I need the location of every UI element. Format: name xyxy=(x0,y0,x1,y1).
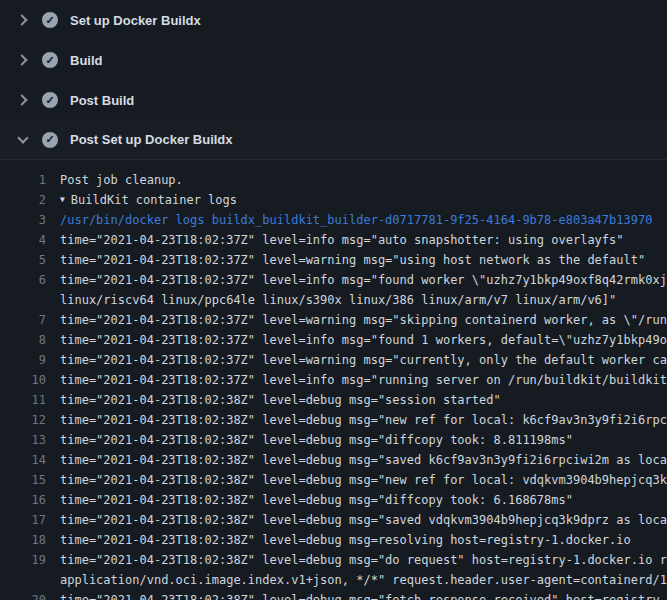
log-line-number[interactable]: 2 xyxy=(0,190,60,210)
group-expand-triangle-icon[interactable]: ▼ xyxy=(60,190,65,210)
log-line-text: time="2021-04-23T18:02:38Z" level=debug … xyxy=(60,590,667,600)
log-line-text: time="2021-04-23T18:02:38Z" level=debug … xyxy=(60,530,667,550)
log-line-number[interactable]: 4 xyxy=(0,230,60,250)
log-line-number[interactable]: 17 xyxy=(0,510,60,530)
log-line-text: time="2021-04-23T18:02:37Z" level=info m… xyxy=(60,330,667,350)
log-line-number[interactable]: 1 xyxy=(0,170,60,190)
log-line-number[interactable]: 20 xyxy=(0,590,60,600)
log-line-text: time="2021-04-23T18:02:37Z" level=info m… xyxy=(60,270,667,290)
log-line-number[interactable]: 19 xyxy=(0,550,60,570)
log-line-text: time="2021-04-23T18:02:38Z" level=debug … xyxy=(60,450,667,470)
log-group-header[interactable]: ▼BuildKit container logs xyxy=(60,190,667,210)
log-line: 4time="2021-04-23T18:02:37Z" level=info … xyxy=(0,230,667,250)
log-line-number[interactable]: 14 xyxy=(0,450,60,470)
chevron-down-icon xyxy=(16,137,30,142)
log-line: 20time="2021-04-23T18:02:38Z" level=debu… xyxy=(0,590,667,600)
log-line-number[interactable]: 10 xyxy=(0,370,60,390)
chevron-right-icon xyxy=(16,96,30,104)
log-line-text: time="2021-04-23T18:02:38Z" level=debug … xyxy=(60,550,667,570)
check-circle-icon: ✓ xyxy=(42,52,58,68)
log-line: 14time="2021-04-23T18:02:38Z" level=debu… xyxy=(0,450,667,470)
log-line-number[interactable]: 16 xyxy=(0,490,60,510)
log-line-number[interactable]: 15 xyxy=(0,470,60,490)
log-line-number xyxy=(0,290,60,310)
log-line-text: Post job cleanup. xyxy=(60,170,667,190)
log-line-text: time="2021-04-23T18:02:37Z" level=warnin… xyxy=(60,250,667,270)
log-line-number[interactable]: 18 xyxy=(0,530,60,550)
step-name: Post Build xyxy=(70,93,134,108)
chevron-right-icon xyxy=(16,16,30,24)
log-line: 11time="2021-04-23T18:02:38Z" level=debu… xyxy=(0,390,667,410)
step-section-build[interactable]: ✓ Build xyxy=(0,40,667,80)
log-command-text: /usr/bin/docker logs buildx_buildkit_bui… xyxy=(60,210,667,230)
log-line-number[interactable]: 5 xyxy=(0,250,60,270)
log-line: 12time="2021-04-23T18:02:38Z" level=debu… xyxy=(0,410,667,430)
log-line: 5time="2021-04-23T18:02:37Z" level=warni… xyxy=(0,250,667,270)
log-line: 19time="2021-04-23T18:02:38Z" level=debu… xyxy=(0,550,667,570)
log-line: linux/riscv64 linux/ppc64le linux/s390x … xyxy=(0,290,667,310)
log-line-number[interactable]: 9 xyxy=(0,350,60,370)
log-line-number[interactable]: 13 xyxy=(0,430,60,450)
log-line-number[interactable]: 7 xyxy=(0,310,60,330)
log-line-number xyxy=(0,570,60,590)
log-line-continuation: linux/riscv64 linux/ppc64le linux/s390x … xyxy=(60,290,667,310)
log-group-label[interactable]: BuildKit container logs xyxy=(71,193,237,207)
log-line: 6time="2021-04-23T18:02:37Z" level=info … xyxy=(0,270,667,290)
step-section-post-setup-docker-buildx[interactable]: ✓ Post Set up Docker Buildx xyxy=(0,120,667,160)
log-line: 9time="2021-04-23T18:02:37Z" level=warni… xyxy=(0,350,667,370)
step-name: Set up Docker Buildx xyxy=(70,13,201,28)
check-circle-icon: ✓ xyxy=(42,92,58,108)
check-circle-icon: ✓ xyxy=(42,132,58,148)
log-line-number[interactable]: 11 xyxy=(0,390,60,410)
step-section-post-build[interactable]: ✓ Post Build xyxy=(0,80,667,120)
log-line-number[interactable]: 3 xyxy=(0,210,60,230)
log-line: 7time="2021-04-23T18:02:37Z" level=warni… xyxy=(0,310,667,330)
log-line-text: time="2021-04-23T18:02:38Z" level=debug … xyxy=(60,470,667,490)
log-line: 17time="2021-04-23T18:02:38Z" level=debu… xyxy=(0,510,667,530)
step-name: Build xyxy=(70,53,103,68)
log-line-text: time="2021-04-23T18:02:37Z" level=warnin… xyxy=(60,350,667,370)
log-line: 8time="2021-04-23T18:02:37Z" level=info … xyxy=(0,330,667,350)
log-line: 3/usr/bin/docker logs buildx_buildkit_bu… xyxy=(0,210,667,230)
log-line: 15time="2021-04-23T18:02:38Z" level=debu… xyxy=(0,470,667,490)
log-output: 1Post job cleanup.2▼BuildKit container l… xyxy=(0,160,667,600)
log-line-text: time="2021-04-23T18:02:38Z" level=debug … xyxy=(60,510,667,530)
check-circle-icon: ✓ xyxy=(42,12,58,28)
log-line-text: time="2021-04-23T18:02:38Z" level=debug … xyxy=(60,430,667,450)
log-line: 10time="2021-04-23T18:02:37Z" level=info… xyxy=(0,370,667,390)
step-section-setup-docker-buildx[interactable]: ✓ Set up Docker Buildx xyxy=(0,0,667,40)
log-line-text: time="2021-04-23T18:02:38Z" level=debug … xyxy=(60,490,667,510)
log-line: 13time="2021-04-23T18:02:38Z" level=debu… xyxy=(0,430,667,450)
log-line: 1Post job cleanup. xyxy=(0,170,667,190)
log-line-text: time="2021-04-23T18:02:37Z" level=info m… xyxy=(60,370,667,390)
log-line-number[interactable]: 8 xyxy=(0,330,60,350)
step-name: Post Set up Docker Buildx xyxy=(70,132,233,147)
log-line-text: time="2021-04-23T18:02:38Z" level=debug … xyxy=(60,410,667,430)
log-line-text: time="2021-04-23T18:02:38Z" level=debug … xyxy=(60,390,667,410)
log-line-text: time="2021-04-23T18:02:37Z" level=warnin… xyxy=(60,310,667,330)
log-line-number[interactable]: 6 xyxy=(0,270,60,290)
log-line-text: time="2021-04-23T18:02:37Z" level=info m… xyxy=(60,230,667,250)
chevron-right-icon xyxy=(16,56,30,64)
log-line: 16time="2021-04-23T18:02:38Z" level=debu… xyxy=(0,490,667,510)
log-line: 2▼BuildKit container logs xyxy=(0,190,667,210)
log-line-continuation: application/vnd.oci.image.index.v1+json,… xyxy=(60,570,667,590)
log-line: application/vnd.oci.image.index.v1+json,… xyxy=(0,570,667,590)
log-line-number[interactable]: 12 xyxy=(0,410,60,430)
log-line: 18time="2021-04-23T18:02:38Z" level=debu… xyxy=(0,530,667,550)
workflow-log-viewer: ✓ Set up Docker Buildx ✓ Build ✓ Post Bu… xyxy=(0,0,667,600)
